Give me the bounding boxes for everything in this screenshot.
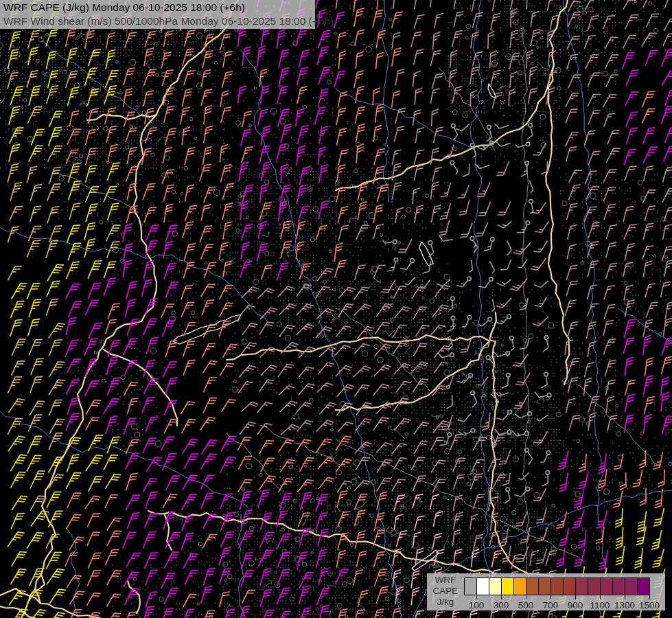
legend-swatch xyxy=(575,577,588,595)
legend-swatch xyxy=(625,577,638,595)
legend-swatch xyxy=(551,577,564,595)
legend-swatch xyxy=(464,577,477,595)
legend-label-parameter: CAPE xyxy=(428,586,463,597)
legend-swatch xyxy=(501,577,514,595)
title-line-windshear: WRF Wind shear (m/s) 500/1000hPa Monday … xyxy=(3,14,315,28)
legend-tick-mark xyxy=(649,595,650,599)
wrf-cape-windshear-map-canvas xyxy=(0,0,672,618)
title-line-cape: WRF CAPE (J/kg) Monday 06-10-2025 18:00 … xyxy=(3,1,315,14)
legend-swatch xyxy=(637,577,650,595)
legend-tick-mark xyxy=(600,595,601,599)
legend-swatch xyxy=(538,577,551,595)
cape-legend: WRF CAPE J/kg 10030050070090011001300150… xyxy=(427,573,665,610)
legend-swatch xyxy=(513,577,526,595)
legend-swatch xyxy=(563,577,576,595)
forecast-title-overlay: WRF CAPE (J/kg) Monday 06-10-2025 18:00 … xyxy=(0,0,315,29)
legend-colorbar: 100300500700900110013001500 xyxy=(464,577,649,595)
legend-tick-mark xyxy=(625,595,625,599)
legend-tick-mark xyxy=(575,595,576,599)
legend-swatch xyxy=(489,577,502,595)
legend-tick-label: 1500 xyxy=(634,600,664,610)
legend-swatch xyxy=(612,577,625,595)
legend-tick-mark xyxy=(526,595,526,599)
legend-swatch xyxy=(476,577,489,595)
legend-tick-mark xyxy=(501,595,502,599)
legend-label-unit: J/kg xyxy=(428,597,463,608)
weather-map-viewport: WRF CAPE (J/kg) Monday 06-10-2025 18:00 … xyxy=(0,0,672,618)
legend-tick-mark xyxy=(476,595,477,599)
legend-label-model: WRF xyxy=(428,575,463,586)
legend-tick-mark xyxy=(551,595,551,599)
legend-label-block: WRF CAPE J/kg xyxy=(428,575,463,608)
legend-swatch xyxy=(526,577,539,595)
legend-swatch xyxy=(588,577,601,595)
legend-swatch xyxy=(600,577,613,595)
